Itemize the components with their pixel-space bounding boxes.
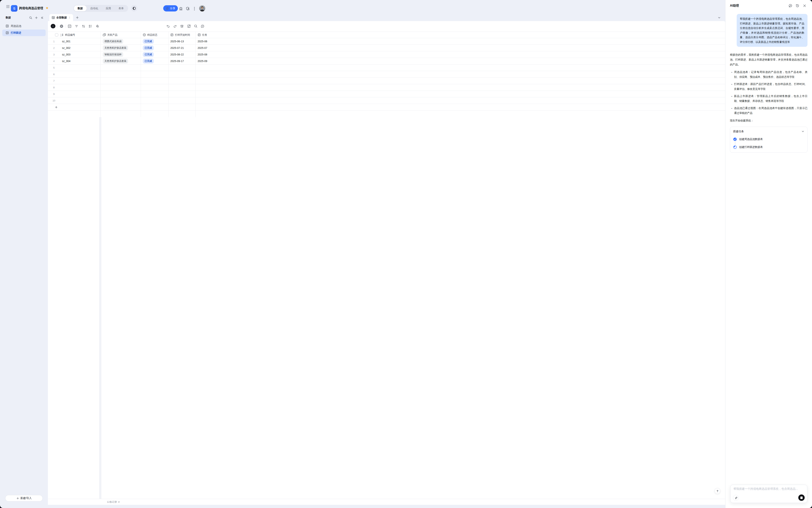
ai-reply-bullets: 周选品池表：记录每周筛选的产品信息，包含产品名称、类别、供应商、预估成本、预估售…	[730, 70, 808, 115]
hamburger-menu-icon[interactable]	[6, 5, 10, 8]
add-record-button[interactable]	[51, 24, 55, 28]
sample-id: sz_004	[62, 59, 71, 62]
sort-icon[interactable]	[82, 24, 85, 28]
linked-product-tag[interactable]: 天然有机护肤品套装	[103, 59, 128, 64]
comment-icon[interactable]	[200, 24, 205, 28]
share-button[interactable]: 分享	[163, 5, 178, 11]
table-row-empty[interactable]: 8	[48, 84, 725, 91]
view-kebab-icon[interactable]	[69, 16, 71, 19]
status-badge[interactable]: 已完成	[143, 39, 154, 44]
tab-app[interactable]: 应用	[102, 5, 115, 11]
linked-product-tag[interactable]: 天然有机护肤品套装	[103, 45, 128, 50]
svg-text:2: 2	[61, 35, 61, 37]
attachment-paperclip-icon[interactable]	[733, 495, 739, 501]
row-height-icon[interactable]	[88, 24, 92, 28]
user-avatar[interactable]	[199, 5, 206, 12]
theme-toggle-icon[interactable]	[131, 5, 137, 11]
page-title: 跨境电商选品管理	[19, 6, 43, 10]
column-header[interactable]: 打样开始时间	[175, 33, 190, 37]
app-window: 跨境电商选品管理 ★ 数据 自动化 应用 表单 分享 数据	[0, 0, 812, 508]
filter-icon[interactable]	[75, 24, 79, 28]
linked-product-tag[interactable]: 便携式迷你风扇	[103, 39, 123, 44]
settings-gear-icon[interactable]	[59, 24, 63, 28]
select-field-icon	[143, 33, 146, 37]
build-task-card: 搭建任务 创建周选品池数据表 创建打样跟进数据表	[730, 127, 808, 153]
date-field-icon	[170, 33, 174, 37]
ai-reply-outro: 现在开始创建系统：	[730, 118, 808, 123]
record-count-bar: 12条记录	[48, 499, 725, 505]
tab-automation[interactable]: 自动化	[87, 5, 102, 11]
table-row-empty[interactable]: 9	[48, 91, 725, 97]
extensions-puzzle-icon[interactable]	[179, 7, 183, 11]
table-area: 12 样品编号 关联产品 样品状态 打样开始时间 任务	[48, 21, 725, 505]
column-divider	[195, 32, 196, 117]
ai-reply-intro: 根据您的需求，我将搭建一个跨境电商选品管理系统，包含周选品池、打样跟进、新品上市…	[730, 52, 808, 67]
help-button[interactable]: ?	[715, 488, 720, 494]
start-date: 2025-08-22	[170, 53, 184, 56]
grid-view-icon	[52, 16, 55, 19]
sidebar-search-icon[interactable]	[29, 16, 32, 19]
start-date: 2025-07-21	[170, 46, 184, 49]
task-collapse-chevron-icon[interactable]	[802, 130, 804, 133]
bullet-item: 选品池已通过视图：在周选品池表中创建筛选视图，只显示已通过审核的产品	[734, 105, 808, 115]
sidebar-item-weekly-pool[interactable]: 周选品池	[2, 23, 46, 29]
column-header[interactable]: 关联产品	[107, 33, 118, 37]
tab-form[interactable]: 表单	[115, 5, 128, 11]
column-header[interactable]: 样品状态	[147, 33, 157, 37]
chat-input-card	[730, 485, 807, 503]
table-row-empty[interactable]: 5	[48, 65, 725, 71]
field-config-icon[interactable]	[67, 24, 72, 28]
table-row[interactable]: 1sz_001 便携式迷你风扇 已完成 2025-06-13 2025-06	[48, 38, 725, 45]
add-view-icon[interactable]	[76, 16, 79, 19]
add-row-plus-icon[interactable]	[55, 105, 58, 109]
reminder-clock-icon[interactable]	[180, 24, 184, 28]
stop-generating-button[interactable]	[798, 495, 805, 501]
chevron-down-icon	[118, 501, 120, 503]
new-chat-icon[interactable]	[788, 4, 793, 8]
new-import-label: 新建/导入	[20, 497, 32, 500]
favorite-star-icon[interactable]: ★	[46, 6, 48, 10]
status-badge[interactable]: 已完成	[143, 45, 154, 50]
tab-data[interactable]: 数据	[74, 5, 87, 11]
chat-input[interactable]	[733, 487, 804, 495]
task-connector-line	[735, 140, 735, 145]
column-header[interactable]: 任务	[202, 33, 207, 37]
status-badge[interactable]: 已完成	[143, 59, 154, 64]
sidebar: 数据 周选品池 打样跟进 新建/导入	[0, 13, 48, 508]
sidebar-collapse-icon[interactable]	[40, 16, 44, 19]
sidebar-item-label: 周选品池	[11, 25, 21, 28]
row-number: 4	[48, 60, 60, 62]
table-row[interactable]: 2sz_002 天然有机护肤品套装 已完成 2025-07-21 2025-07	[48, 45, 725, 51]
row-number: 1	[48, 40, 60, 43]
table-row-empty[interactable]: 10	[48, 97, 725, 104]
table-row-empty[interactable]: 7	[48, 78, 725, 84]
viewbar-chevron-down-icon[interactable]	[718, 16, 721, 19]
view-tab-all-data[interactable]: 全部数据	[49, 14, 73, 21]
more-kebab-icon[interactable]	[193, 7, 196, 11]
new-import-button[interactable]: 新建/导入	[5, 495, 43, 501]
table-row[interactable]: 4sz_004 天然有机护肤品套装 已完成 2025-09-17 2025-09	[48, 58, 725, 65]
history-icon[interactable]	[796, 4, 800, 8]
sidebar-item-sampling[interactable]: 打样跟进	[2, 30, 46, 36]
view-tab-label: 全部数据	[56, 16, 67, 19]
sidebar-add-icon[interactable]	[35, 16, 38, 19]
table-row-empty[interactable]: 6	[48, 71, 725, 78]
close-icon[interactable]	[803, 4, 807, 8]
record-count-toggle[interactable]: 12条记录	[107, 500, 120, 504]
add-row[interactable]	[48, 104, 725, 111]
table-row[interactable]: 3sz_003 智能温控保温杯 已完成 2025-08-22 2025-08	[48, 51, 725, 58]
linked-product-tag[interactable]: 智能温控保温杯	[103, 52, 123, 57]
redo-icon[interactable]	[173, 24, 177, 28]
column-divider	[141, 32, 141, 117]
status-badge[interactable]: 已完成	[143, 52, 154, 57]
select-all-checkbox[interactable]	[55, 33, 58, 37]
undo-icon[interactable]	[166, 24, 170, 28]
chat-scroll-area[interactable]: 帮我搭建一个跨境电商选品管理系统，包含周选品池、打样跟进、新品上市跟进销量管理。…	[725, 11, 812, 484]
permissions-shield-icon[interactable]	[186, 7, 190, 11]
column-header[interactable]: 样品编号	[65, 33, 75, 37]
edit-record-icon[interactable]	[187, 24, 191, 28]
share-label: 分享	[170, 7, 175, 10]
table-search-icon[interactable]	[194, 24, 198, 28]
fill-color-icon[interactable]	[95, 24, 99, 28]
row-number: 2	[48, 47, 60, 49]
